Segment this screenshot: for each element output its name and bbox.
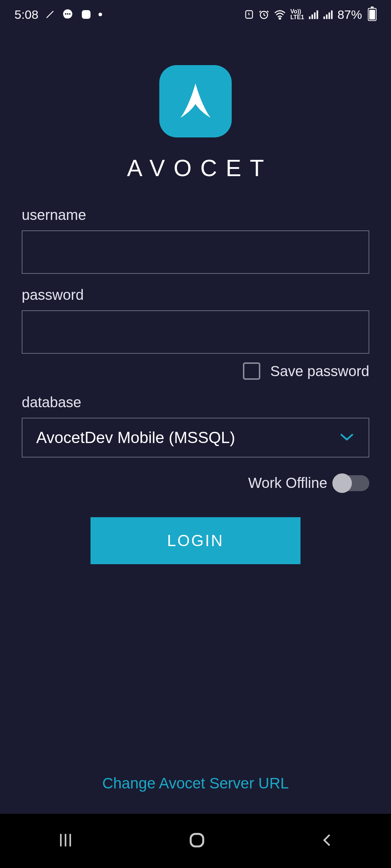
spacer xyxy=(22,564,369,775)
save-password-label: Save password xyxy=(270,363,369,379)
toggle-knob xyxy=(332,473,352,493)
svg-rect-19 xyxy=(191,834,203,847)
wifi-icon xyxy=(274,9,286,20)
battery-percent: 87% xyxy=(337,8,362,22)
signal-icon-2 xyxy=(323,9,333,20)
work-offline-label: Work Offline xyxy=(248,475,327,491)
status-left: 5:08 xyxy=(14,8,102,22)
svg-point-3 xyxy=(69,13,71,14)
android-nav-bar xyxy=(0,814,391,868)
svg-rect-10 xyxy=(314,12,315,19)
svg-rect-9 xyxy=(311,14,313,19)
alarm-icon xyxy=(258,9,269,20)
back-button[interactable] xyxy=(319,831,335,851)
logo-section: AVOCET xyxy=(22,65,369,182)
svg-point-1 xyxy=(65,13,66,14)
app-icon xyxy=(80,9,92,20)
svg-rect-11 xyxy=(316,10,318,19)
svg-rect-4 xyxy=(82,10,91,19)
home-button[interactable] xyxy=(188,831,206,851)
username-group: username xyxy=(22,207,369,274)
database-group: database AvocetDev Mobile (MSSQL) xyxy=(22,394,369,458)
status-right: Vo))LTE1 87% xyxy=(244,8,377,22)
change-server-url-link[interactable]: Change Avocet Server URL xyxy=(22,775,369,792)
svg-rect-13 xyxy=(326,14,327,19)
status-time: 5:08 xyxy=(14,8,38,22)
svg-rect-12 xyxy=(323,17,325,19)
status-bar: 5:08 Vo))LTE1 87% xyxy=(0,0,391,29)
username-input[interactable] xyxy=(22,230,369,274)
svg-point-2 xyxy=(67,13,68,14)
svg-rect-15 xyxy=(331,10,332,19)
work-offline-toggle[interactable] xyxy=(335,475,369,491)
signal-icon-1 xyxy=(308,9,319,20)
chat-icon xyxy=(62,8,74,21)
password-input[interactable] xyxy=(22,310,369,354)
chevron-down-icon xyxy=(339,432,355,443)
app-name: AVOCET xyxy=(118,155,273,182)
password-label: password xyxy=(22,287,369,303)
svg-point-7 xyxy=(279,18,281,19)
database-value: AvocetDev Mobile (MSSQL) xyxy=(36,429,235,447)
volte-icon: Vo))LTE1 xyxy=(290,9,304,20)
pen-icon xyxy=(45,9,55,20)
login-screen: AVOCET username password Save password d… xyxy=(0,29,391,814)
battery-icon xyxy=(368,8,377,21)
username-label: username xyxy=(22,207,369,223)
notification-dot-icon xyxy=(98,13,102,16)
sync-icon xyxy=(244,9,254,20)
database-label: database xyxy=(22,394,369,410)
save-password-row: Save password xyxy=(22,362,369,380)
save-password-checkbox[interactable] xyxy=(243,362,260,380)
login-button[interactable]: LOGIN xyxy=(91,517,300,564)
database-select[interactable]: AvocetDev Mobile (MSSQL) xyxy=(22,418,369,458)
recents-button[interactable] xyxy=(56,831,75,851)
app-logo-icon xyxy=(159,65,232,137)
work-offline-row: Work Offline xyxy=(22,475,369,491)
svg-rect-14 xyxy=(328,12,330,19)
svg-rect-8 xyxy=(309,17,310,19)
password-group: password xyxy=(22,287,369,354)
